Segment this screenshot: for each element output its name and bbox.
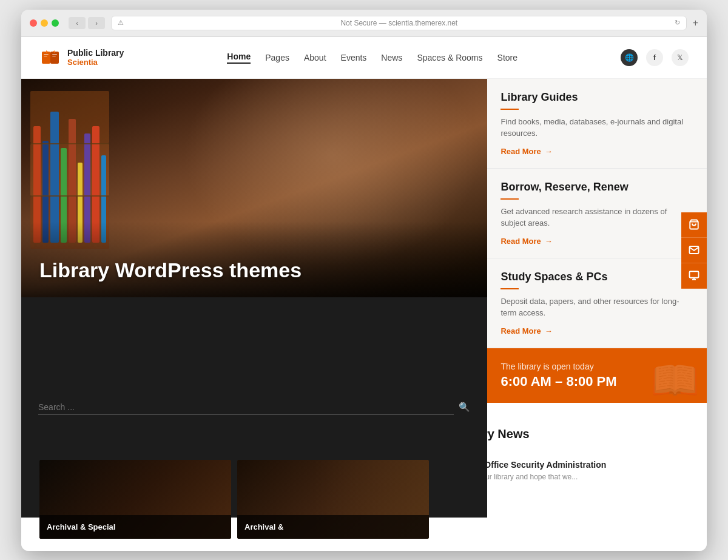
maximize-dot[interactable]	[52, 19, 59, 27]
address-bar[interactable]: ⚠ Not Secure — scientia.themerex.net ↻	[111, 16, 687, 30]
panel-divider-study	[500, 288, 519, 289]
svg-rect-7	[52, 56, 56, 57]
card-overlay-1: Archival & Special	[39, 515, 231, 539]
monitor-icon	[689, 270, 699, 281]
nav-spaces-rooms[interactable]: Spaces & Rooms	[417, 53, 482, 62]
svg-rect-6	[52, 54, 57, 55]
browser-toolbar: ‹ › ⚠ Not Secure — scientia.themerex.net…	[21, 10, 707, 37]
search-input[interactable]	[38, 400, 454, 415]
hero-text-overlay: Library WordPress themes	[21, 221, 487, 297]
url-text: Not Secure — scientia.themerex.net	[127, 19, 671, 27]
panel-title-study: Study Spaces & PCs	[500, 271, 693, 283]
new-tab-button[interactable]: +	[693, 18, 698, 29]
nav-pages[interactable]: Pages	[265, 53, 289, 62]
nav-about[interactable]: About	[304, 53, 326, 62]
minimize-dot[interactable]	[41, 19, 48, 27]
hero-row: Library WordPress themes 🔍 Library Guide…	[21, 79, 707, 403]
news-title-1[interactable]: Library Office Security Administration	[453, 460, 689, 470]
svg-rect-0	[42, 52, 50, 64]
hero-main: Library WordPress themes 🔍	[21, 79, 487, 403]
page-wrapper: Library WordPress themes 🔍 Library Guide…	[21, 79, 707, 551]
nav-news[interactable]: News	[381, 53, 402, 62]
main-navigation: Home Pages About Events News Spaces & Ro…	[227, 52, 517, 64]
library-news-section: Library News Library Office Security Adm…	[453, 427, 689, 539]
panel-title-borrow: Borrow, Reserve, Renew	[500, 181, 693, 194]
panel-desc-study: Deposit data, papers, and other resource…	[500, 295, 693, 319]
close-dot[interactable]	[30, 19, 37, 27]
forward-button[interactable]: ›	[88, 17, 105, 29]
floating-email-button[interactable]	[681, 238, 707, 263]
trending-card-1[interactable]: Archival & Special	[39, 460, 231, 539]
cart-icon	[689, 219, 699, 230]
panel-title-guides: Library Guides	[500, 91, 693, 104]
hero-sidebar: Library Guides Find books, media, databa…	[487, 79, 707, 403]
panel-desc-borrow: Get advanced research assistance in doze…	[500, 206, 693, 229]
svg-rect-1	[50, 52, 59, 64]
news-excerpt-1: We love our library and hope that we...	[453, 472, 689, 482]
nav-events[interactable]: Events	[341, 53, 367, 62]
news-item-1: Library Office Security Administration W…	[453, 460, 689, 482]
card-overlay-2: Archival &	[237, 515, 429, 539]
website-content: Public Library Scientia Home Pages About…	[21, 37, 707, 551]
svg-rect-9	[690, 271, 699, 278]
read-more-guides[interactable]: Read More	[500, 147, 693, 156]
nav-icon-buttons: 🌐 f 𝕏	[621, 49, 689, 66]
card-title-1: Archival & Special	[47, 522, 224, 531]
sidebar-panel-borrow: Borrow, Reserve, Renew Get advanced rese…	[487, 169, 707, 258]
svg-rect-4	[44, 54, 49, 55]
logo-icon	[39, 47, 61, 69]
hours-book-decoration: 📖	[650, 360, 699, 400]
floating-side-buttons	[681, 212, 707, 289]
library-news-title: Library News	[453, 427, 689, 441]
logo-title: Public Library	[67, 48, 124, 58]
floating-cart-button[interactable]	[681, 212, 707, 238]
twitter-button[interactable]: 𝕏	[672, 49, 689, 66]
read-more-borrow[interactable]: Read More	[500, 237, 693, 246]
panel-divider	[500, 109, 519, 110]
floating-monitor-button[interactable]	[681, 263, 707, 289]
hours-panel: The library is open today 6:00 AM – 8:00…	[487, 348, 707, 403]
hero-image: Library WordPress themes	[21, 79, 487, 297]
read-more-study[interactable]: Read More	[500, 326, 693, 336]
trending-card-2[interactable]: Archival &	[237, 460, 429, 539]
browser-window: ‹ › ⚠ Not Secure — scientia.themerex.net…	[21, 10, 707, 551]
hero-title: Library WordPress themes	[39, 258, 469, 283]
nav-home[interactable]: Home	[227, 52, 251, 64]
search-icon: 🔍	[459, 402, 470, 413]
browser-nav-buttons: ‹ ›	[69, 17, 105, 29]
svg-rect-5	[44, 56, 47, 57]
panel-divider-borrow	[500, 198, 519, 200]
language-button[interactable]: 🌐	[621, 49, 638, 66]
panel-desc-guides: Find books, media, databases, e-journals…	[500, 116, 693, 140]
card-title-2: Archival &	[244, 522, 422, 531]
nav-store[interactable]: Store	[497, 53, 517, 62]
back-button[interactable]: ‹	[69, 17, 86, 29]
email-icon	[689, 245, 699, 255]
sidebar-panel-study: Study Spaces & PCs Deposit data, papers,…	[487, 258, 707, 348]
sidebar-panel-library-guides: Library Guides Find books, media, databa…	[487, 79, 707, 169]
site-header: Public Library Scientia Home Pages About…	[21, 37, 707, 79]
logo-subtitle: Scientia	[67, 58, 124, 67]
facebook-button[interactable]: f	[646, 49, 663, 66]
window-controls	[30, 19, 59, 27]
logo-text: Public Library Scientia	[67, 48, 124, 67]
logo-area[interactable]: Public Library Scientia	[39, 47, 124, 69]
